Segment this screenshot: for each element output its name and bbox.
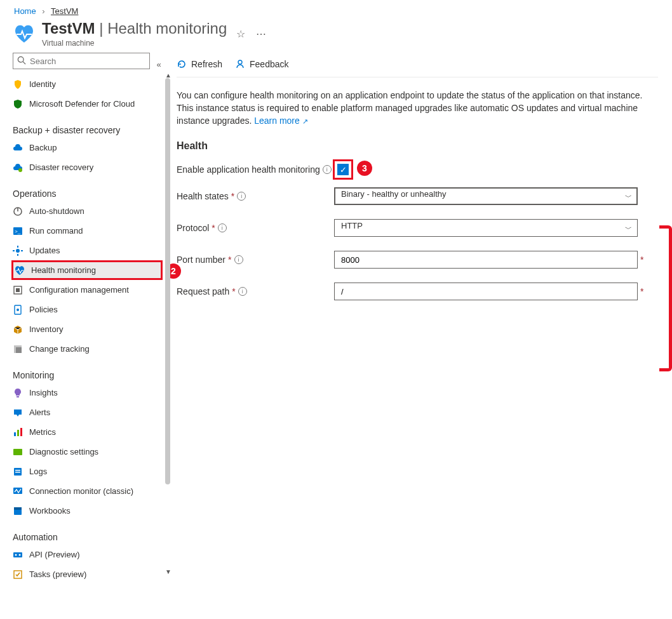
sidebar-item-label: Backup [29,143,57,152]
sidebar-group-title: Automation [13,521,163,545]
more-actions-icon[interactable]: ⋯ [255,27,267,40]
box-icon [13,324,23,335]
required-asterisk-icon: * [231,191,234,201]
diag-icon [13,447,23,457]
sidebar-item-api-preview-[interactable]: API (Preview) [11,545,163,564]
sidebar-item-insights[interactable]: Insights [11,383,163,403]
crumb-home[interactable]: Home [14,6,36,16]
sidebar-item-health-monitoring[interactable]: Health monitoring2 [11,260,163,280]
shield-icon [13,99,23,109]
sidebar-group-title: Monitoring [13,359,163,383]
svg-rect-17 [16,347,22,353]
sidebar-item-label: Inventory [29,324,63,334]
svg-rect-25 [15,470,20,471]
svg-point-32 [19,554,21,556]
sidebar-item-backup[interactable]: Backup [11,138,163,157]
sidebar-item-tasks-preview-[interactable]: Tasks (preview) [11,564,163,584]
vm-heart-icon [14,23,34,44]
required-asterisk-icon: * [228,255,231,265]
health-states-select[interactable]: Binary - healthy or unhealthy ﹀ [334,187,638,205]
sidebar-item-label: Metrics [29,427,56,437]
breadcrumb: Home › TestVM [0,0,672,20]
intro-text: You can configure health monitoring on a… [177,89,658,128]
svg-point-2 [18,168,22,172]
external-link-icon: ↗ [302,117,308,125]
required-asterisk-icon: * [640,286,643,296]
info-icon[interactable]: i [234,255,243,264]
sidebar-item-disaster-recovery[interactable]: Disaster recovery [11,157,163,177]
alert-icon [13,408,23,418]
sidebar-item-label: Health monitoring [31,265,96,275]
crumb-current[interactable]: TestVM [51,6,78,16]
backup-icon [13,143,23,153]
svg-rect-21 [17,430,19,436]
sidebar-item-updates[interactable]: Updates [11,241,163,260]
svg-point-0 [18,57,24,62]
required-asterisk-icon: * [232,286,235,296]
chevron-down-icon: ﹀ [625,192,632,202]
feedback-button[interactable]: Feedback [235,59,288,69]
sidebar-item-label: Alerts [29,408,50,417]
page-title: TestVM | Health monitoring [42,20,227,37]
svg-rect-29 [14,507,22,510]
sidebar-item-label: Change tracking [29,344,90,354]
info-icon[interactable]: i [323,165,332,174]
main-content: Refresh Feedback You can configure healt… [163,49,672,619]
svg-point-7 [16,249,20,253]
heart-icon [15,265,25,276]
sidebar-item-label: Tasks (preview) [29,569,86,579]
port-input[interactable] [334,251,638,269]
resource-type-label: Virtual machine [42,39,227,48]
crumb-separator-icon: › [42,6,44,16]
info-icon[interactable]: i [237,192,246,201]
sidebar-search-input[interactable] [13,53,150,69]
tasks-icon [13,569,23,580]
svg-rect-26 [15,472,20,473]
sidebar-item-connection-monitor-classic-[interactable]: Connection monitor (classic) [11,481,163,501]
sidebar-item-diagnostic-settings[interactable]: Diagnostic settings [11,442,163,462]
refresh-icon [177,59,187,69]
sidebar-item-label: Auto-shutdown [29,206,84,216]
request-path-input[interactable] [334,283,638,300]
enable-label: Enable application health monitoring [177,164,320,175]
sidebar-item-metrics[interactable]: Metrics [11,422,163,442]
sidebar-item-change-tracking[interactable]: Change tracking [11,339,163,359]
protocol-select[interactable]: HTTP ﹀ [334,219,638,237]
callout-frame-3 [333,159,353,180]
sidebar: « IdentityMicrosoft Defender for CloudBa… [0,49,163,619]
svg-rect-27 [13,488,22,494]
sidebar-item-workbooks[interactable]: Workbooks [11,501,163,521]
sidebar-item-run-command[interactable]: >_Run command [11,221,163,241]
request-path-label: Request path [177,286,229,296]
port-label: Port number [177,255,225,265]
sidebar-item-microsoft-defender-for-cloud[interactable]: Microsoft Defender for Cloud [11,94,163,114]
info-icon[interactable]: i [238,287,247,296]
enable-checkbox-wrap: ✓ [334,161,352,178]
svg-point-31 [15,554,17,556]
sidebar-item-label: Disaster recovery [29,163,93,172]
sidebar-item-identity[interactable]: Identity [11,74,163,94]
svg-text:>_: >_ [15,229,21,234]
favorite-star-icon[interactable]: ☆ [234,27,247,40]
svg-rect-13 [16,288,20,292]
learn-more-link[interactable]: Learn more ↗ [254,116,307,126]
command-bar: Refresh Feedback [177,49,658,77]
sidebar-item-label: API (Preview) [29,550,79,559]
callout-badge-3: 3 [357,161,372,176]
refresh-button[interactable]: Refresh [177,59,222,69]
sidebar-item-alerts[interactable]: Alerts [11,403,163,422]
required-asterisk-icon: * [640,255,643,265]
section-title: Health [177,140,658,152]
sidebar-item-auto-shutdown[interactable]: Auto-shutdown [11,201,163,221]
info-icon[interactable]: i [218,223,227,232]
sidebar-item-policies[interactable]: Policies [11,300,163,319]
bulb-icon [13,388,23,398]
sidebar-item-logs[interactable]: Logs [11,462,163,481]
sidebar-item-label: Diagnostic settings [29,447,98,456]
feedback-icon [235,59,245,69]
sidebar-item-inventory[interactable]: Inventory [11,319,163,339]
svg-rect-18 [17,396,19,397]
sidebar-item-configuration-management[interactable]: Configuration management [11,280,163,300]
sidebar-item-label: Insights [29,388,58,397]
api-icon [13,550,23,560]
